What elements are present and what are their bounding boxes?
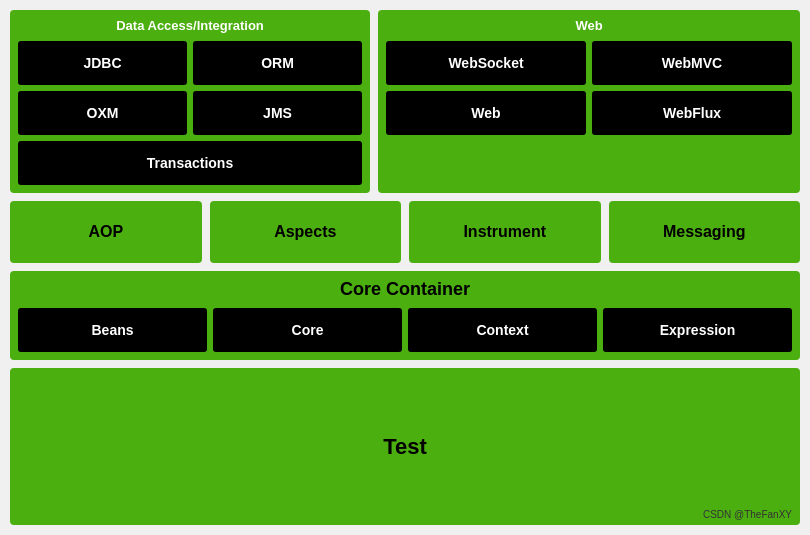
jdbc-box: JDBC bbox=[18, 41, 187, 85]
core-container-grid: Beans Core Context Expression bbox=[18, 308, 792, 352]
watermark: CSDN @TheFanXY bbox=[703, 509, 792, 520]
beans-box: Beans bbox=[18, 308, 207, 352]
data-access-title: Data Access/Integration bbox=[18, 18, 362, 33]
orm-box: ORM bbox=[193, 41, 362, 85]
aspects-box: Aspects bbox=[210, 201, 402, 263]
web-grid: WebSocket WebMVC Web WebFlux bbox=[386, 41, 792, 135]
web-title: Web bbox=[386, 18, 792, 33]
webflux-box: WebFlux bbox=[592, 91, 792, 135]
main-container: Data Access/Integration JDBC ORM OXM JMS… bbox=[0, 0, 810, 535]
oxm-box: OXM bbox=[18, 91, 187, 135]
core-box: Core bbox=[213, 308, 402, 352]
data-access-grid: JDBC ORM OXM JMS bbox=[18, 41, 362, 135]
context-box: Context bbox=[408, 308, 597, 352]
core-container-section: Core Container Beans Core Context Expres… bbox=[10, 271, 800, 360]
aop-box: AOP bbox=[10, 201, 202, 263]
core-container-title: Core Container bbox=[18, 279, 792, 300]
jms-box: JMS bbox=[193, 91, 362, 135]
messaging-box: Messaging bbox=[609, 201, 801, 263]
row1: Data Access/Integration JDBC ORM OXM JMS… bbox=[10, 10, 800, 193]
instrument-box: Instrument bbox=[409, 201, 601, 263]
data-access-section: Data Access/Integration JDBC ORM OXM JMS… bbox=[10, 10, 370, 193]
row2: AOP Aspects Instrument Messaging bbox=[10, 201, 800, 263]
expression-box: Expression bbox=[603, 308, 792, 352]
test-title: Test bbox=[383, 434, 427, 460]
web-box: Web bbox=[386, 91, 586, 135]
transactions-box: Transactions bbox=[18, 141, 362, 185]
websocket-box: WebSocket bbox=[386, 41, 586, 85]
web-section: Web WebSocket WebMVC Web WebFlux bbox=[378, 10, 800, 193]
test-section: Test CSDN @TheFanXY bbox=[10, 368, 800, 525]
webmvc-box: WebMVC bbox=[592, 41, 792, 85]
